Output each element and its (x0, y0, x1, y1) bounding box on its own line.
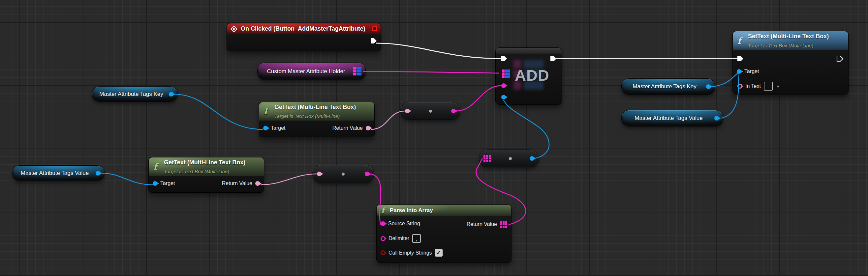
exec-out-pin[interactable] (550, 55, 557, 62)
blueprint-canvas[interactable]: On Clicked (Button_AddMasterTagAttribute… (0, 0, 868, 276)
node-title: Parse Into Array (390, 207, 508, 214)
object-pin[interactable] (169, 92, 174, 97)
exec-out-pin[interactable] (370, 38, 377, 44)
cull-empty-strings-checkbox[interactable]: ✓ (435, 249, 442, 256)
variable-master-attribute-tags-key-left[interactable]: Master Attribute Tags Key (92, 87, 178, 101)
wire-gettext-bottom-to-convert (260, 174, 317, 185)
wire-tags-key-left-to-gettext (175, 94, 263, 130)
add-node-label: ADD (515, 66, 550, 84)
pin-label: Source String (388, 221, 420, 227)
array-input-pin[interactable] (484, 155, 491, 162)
object-pin[interactable] (96, 171, 100, 176)
on-clicked-header: On Clicked (Button_AddMasterTagAttribute… (227, 23, 380, 34)
node-gettext-bottom[interactable]: f GetText (Multi-Line Text Box) Target i… (149, 158, 264, 192)
pin-label: Target (271, 125, 285, 131)
pin-label: Target (160, 180, 175, 186)
delimiter-row: Delimiter , (380, 234, 421, 243)
object-pin[interactable] (714, 116, 719, 120)
target-pin[interactable] (263, 126, 268, 130)
pin-label: Return Value (333, 125, 363, 131)
object-pin[interactable] (706, 84, 711, 89)
node-settext[interactable]: f SetText (Multi-Line Text Box) Target i… (733, 31, 848, 94)
map-pin-icon[interactable] (353, 67, 362, 75)
in-text-pin[interactable] (737, 84, 742, 89)
add-node-header (496, 48, 562, 54)
variable-custom-master-attribute-holder[interactable]: Custom Master Attribute Holder (257, 63, 365, 80)
return-row: Return Value (222, 180, 260, 186)
pin-label: Cull Empty Strings (389, 250, 432, 256)
exec-in-pin[interactable] (500, 55, 507, 62)
function-icon: f (380, 207, 390, 214)
wire-exec-onclicked-to-add (376, 43, 501, 59)
object-output-pin[interactable] (530, 156, 534, 161)
gettext-header: f GetText (Multi-Line Text Box) Target i… (259, 102, 374, 120)
convert-text-to-string-bottom[interactable] (313, 165, 374, 183)
variable-label: Master Attribute Tags Value (626, 115, 712, 122)
delimiter-input[interactable]: , (412, 234, 421, 243)
parse-header: f Parse Into Array (377, 205, 511, 216)
node-map-add[interactable]: ADD (496, 48, 562, 104)
variable-label: Custom Master Attribute Holder (261, 68, 350, 75)
node-subtitle: Target is Text Box (Multi-Line) (274, 113, 371, 119)
key-pin[interactable] (501, 83, 506, 88)
variable-label: Master Attribute Tags Key (626, 83, 704, 90)
variable-master-attribute-tags-value-left[interactable]: Master Attribute Tags Value (12, 166, 104, 181)
return-row: Return Value (333, 125, 370, 131)
dropdown-icon[interactable]: ▾ (777, 84, 779, 89)
conversion-dot-icon (342, 173, 345, 176)
variable-label: Master Attribute Tags Key (96, 91, 166, 98)
function-icon: f (262, 107, 274, 115)
function-icon: f (736, 37, 748, 45)
in-text-input[interactable] (764, 82, 773, 91)
pin-label: Delimiter (389, 236, 409, 241)
in-text-row: In Text ▾ (737, 82, 779, 91)
target-row: Target (263, 125, 285, 131)
target-row: Target (737, 69, 759, 74)
exec-in-pin[interactable] (737, 55, 744, 62)
string-output-pin[interactable] (451, 109, 456, 113)
node-title: GetText (Multi-Line Text Box) (164, 159, 260, 166)
return-value-pin[interactable] (255, 181, 260, 186)
target-pin[interactable] (737, 69, 741, 74)
target-row: Target (153, 180, 175, 186)
conversion-dot-icon (429, 110, 432, 113)
convert-text-to-string-top[interactable] (401, 102, 460, 119)
node-parse-into-array[interactable]: f Parse Into Array Source String Return … (377, 205, 511, 263)
node-on-clicked-event[interactable]: On Clicked (Button_AddMasterTagAttribute… (227, 23, 380, 51)
wire-map-holder-to-add (363, 71, 499, 73)
wire-gettext-top-to-convert (371, 111, 405, 130)
node-subtitle: Target is Text Box (Multi-Line) (164, 169, 260, 174)
wire-tags-value-left-to-gettext (102, 173, 153, 185)
return-row: Return Value (467, 221, 507, 228)
target-pin[interactable] (153, 181, 157, 186)
source-string-pin[interactable] (380, 221, 385, 226)
map-target-pin[interactable] (502, 69, 510, 78)
delimiter-pin[interactable] (380, 236, 385, 241)
text-input-pin[interactable] (405, 109, 410, 113)
text-input-pin[interactable] (317, 172, 321, 176)
pin-label: In Text (745, 83, 761, 89)
node-title: GetText (Multi-Line Text Box) (274, 104, 371, 111)
cull-empty-strings-row: Cull Empty Strings ✓ (380, 249, 442, 256)
wire-convert-top-to-add-key (457, 85, 501, 111)
return-array-pin[interactable] (500, 221, 507, 228)
conversion-dot-icon (509, 157, 512, 160)
node-subtitle: Target is Text Box (Multi-Line) (748, 43, 845, 48)
settext-header: f SetText (Multi-Line Text Box) Target i… (733, 31, 848, 50)
delegate-box-icon (372, 26, 377, 31)
node-gettext-top[interactable]: f GetText (Multi-Line Text Box) Target i… (259, 102, 374, 137)
variable-master-attribute-tags-key-right[interactable]: Master Attribute Tags Key (622, 79, 715, 95)
cull-empty-strings-pin[interactable] (380, 250, 385, 255)
variable-label: Master Attribute Tags Value (17, 170, 93, 176)
return-value-pin[interactable] (366, 126, 370, 130)
pin-label: Return Value (222, 180, 252, 186)
pin-label: Target (744, 69, 759, 74)
value-pin[interactable] (501, 95, 506, 100)
exec-out-pin[interactable] (836, 55, 844, 62)
pin-label: Return Value (467, 221, 497, 227)
node-title: SetText (Multi-Line Text Box) (748, 33, 845, 40)
convert-array-to-object[interactable] (479, 150, 538, 167)
string-output-pin[interactable] (365, 172, 369, 176)
mouse-event-icon (230, 25, 238, 33)
variable-master-attribute-tags-value-right[interactable]: Master Attribute Tags Value (622, 110, 723, 126)
